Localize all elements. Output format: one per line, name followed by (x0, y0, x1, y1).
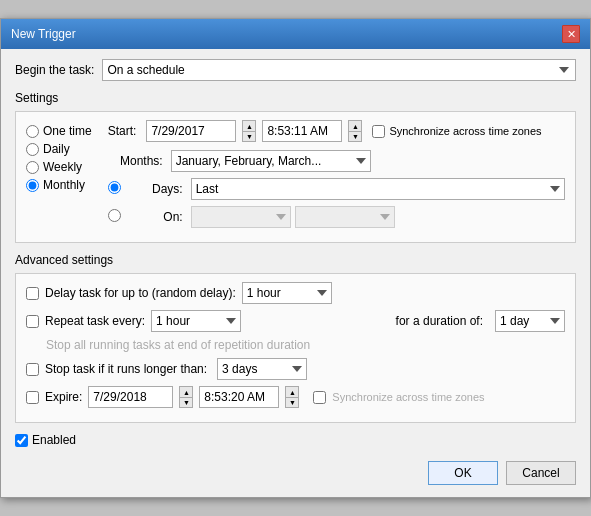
cancel-button[interactable]: Cancel (506, 461, 576, 485)
start-label: Start: (108, 124, 137, 138)
expire-time-input[interactable] (199, 386, 279, 408)
radio-daily[interactable] (26, 143, 39, 156)
expire-checkbox[interactable] (26, 391, 39, 404)
expire-time-down-icon[interactable]: ▼ (285, 397, 299, 408)
enabled-label: Enabled (32, 433, 76, 447)
start-time-spinner[interactable]: ▲ ▼ (348, 120, 362, 142)
title-bar: New Trigger ✕ (1, 19, 590, 49)
stop-longer-select[interactable]: 3 days (217, 358, 307, 380)
dialog-title: New Trigger (11, 27, 76, 41)
new-trigger-dialog: New Trigger ✕ Begin the task: On a sched… (0, 18, 591, 498)
close-button[interactable]: ✕ (562, 25, 580, 43)
stop-longer-label: Stop task if it runs longer than: (45, 362, 207, 376)
start-time-input[interactable] (262, 120, 342, 142)
on-label: On: (128, 210, 183, 224)
expire-spin-down-icon[interactable]: ▼ (179, 397, 193, 408)
repeat-select[interactable]: 1 hour (151, 310, 241, 332)
settings-box: One time Daily Weekly Monthly (15, 111, 576, 243)
delay-checkbox[interactable] (26, 287, 39, 300)
expire-sync-label: Synchronize across time zones (332, 391, 484, 403)
begin-task-select[interactable]: On a schedule (102, 59, 576, 81)
sync-start-label: Synchronize across time zones (389, 125, 541, 137)
start-date-spinner[interactable]: ▲ ▼ (242, 120, 256, 142)
duration-label: for a duration of: (396, 314, 483, 328)
radio-monthly-label: Monthly (43, 178, 85, 192)
radio-weekly-label: Weekly (43, 160, 82, 174)
expire-label: Expire: (45, 390, 82, 404)
duration-select[interactable]: 1 day (495, 310, 565, 332)
schedule-radio-group: One time Daily Weekly Monthly (26, 120, 92, 234)
delay-select[interactable]: 1 hour (242, 282, 332, 304)
on-select2[interactable] (295, 206, 395, 228)
settings-right: Start: ▲ ▼ ▲ ▼ Synchroni (108, 120, 565, 234)
settings-label: Settings (15, 91, 576, 105)
begin-task-label: Begin the task: (15, 63, 94, 77)
advanced-settings-label: Advanced settings (15, 253, 576, 267)
time-spin-up-icon[interactable]: ▲ (348, 120, 362, 131)
sync-start-checkbox[interactable] (372, 125, 385, 138)
months-label: Months: (108, 154, 163, 168)
delay-label: Delay task for up to (random delay): (45, 286, 236, 300)
on-select1[interactable] (191, 206, 291, 228)
stop-longer-checkbox[interactable] (26, 363, 39, 376)
time-spin-down-icon[interactable]: ▼ (348, 131, 362, 142)
expire-date-spinner[interactable]: ▲ ▼ (179, 386, 193, 408)
radio-one-time-label: One time (43, 124, 92, 138)
expire-sync-checkbox[interactable] (313, 391, 326, 404)
button-row: OK Cancel (15, 457, 576, 485)
expire-time-up-icon[interactable]: ▲ (285, 386, 299, 397)
start-date-input[interactable] (146, 120, 236, 142)
radio-weekly[interactable] (26, 161, 39, 174)
radio-on[interactable] (108, 209, 121, 222)
expire-date-input[interactable] (88, 386, 173, 408)
repeat-checkbox[interactable] (26, 315, 39, 328)
stop-tasks-label: Stop all running tasks at end of repetit… (46, 338, 310, 352)
expire-spin-up-icon[interactable]: ▲ (179, 386, 193, 397)
enabled-checkbox[interactable] (15, 434, 28, 447)
days-select[interactable]: Last (191, 178, 565, 200)
radio-one-time[interactable] (26, 125, 39, 138)
days-label: Days: (128, 182, 183, 196)
months-select[interactable]: January, February, March... (171, 150, 371, 172)
ok-button[interactable]: OK (428, 461, 498, 485)
advanced-box: Delay task for up to (random delay): 1 h… (15, 273, 576, 423)
expire-time-spinner[interactable]: ▲ ▼ (285, 386, 299, 408)
radio-monthly[interactable] (26, 179, 39, 192)
spin-up-icon[interactable]: ▲ (242, 120, 256, 131)
repeat-label: Repeat task every: (45, 314, 145, 328)
spin-down-icon[interactable]: ▼ (242, 131, 256, 142)
radio-daily-label: Daily (43, 142, 70, 156)
radio-days[interactable] (108, 181, 121, 194)
